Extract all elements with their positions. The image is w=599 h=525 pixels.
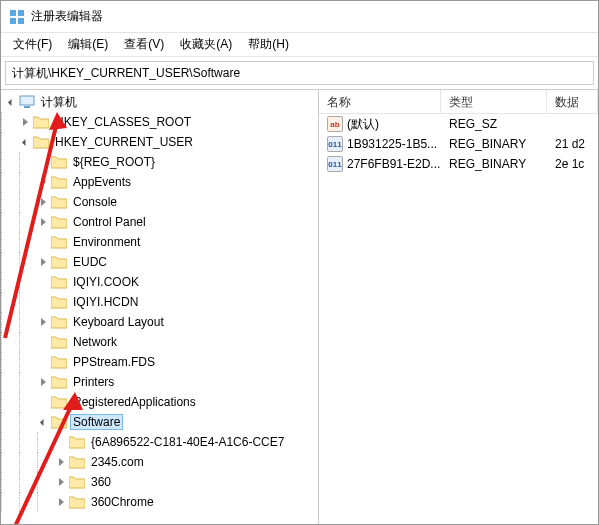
tree-item-ppstream[interactable]: PPStream.FDS bbox=[1, 352, 318, 372]
folder-icon bbox=[51, 295, 67, 309]
list-pane[interactable]: 名称 类型 数据 ab (默认) REG_SZ 011 1B931225-1B5… bbox=[319, 90, 598, 524]
address-path: 计算机\HKEY_CURRENT_USER\Software bbox=[12, 65, 240, 82]
value-data: 2e 1c bbox=[547, 157, 598, 171]
expander-spacer bbox=[37, 296, 49, 308]
col-header-name[interactable]: 名称 bbox=[319, 90, 441, 113]
expander-icon[interactable] bbox=[55, 456, 67, 468]
tree-item-2345[interactable]: 2345.com bbox=[1, 452, 318, 472]
tree-item-printers[interactable]: Printers bbox=[1, 372, 318, 392]
tree-label: 360Chrome bbox=[89, 495, 156, 509]
svg-rect-0 bbox=[10, 10, 16, 16]
tree-label: Control Panel bbox=[71, 215, 148, 229]
folder-icon bbox=[33, 135, 49, 149]
tree-item-iqiyi-hcdn[interactable]: IQIYI.HCDN bbox=[1, 292, 318, 312]
col-header-data[interactable]: 数据 bbox=[547, 90, 598, 113]
menu-file[interactable]: 文件(F) bbox=[5, 34, 60, 55]
tree-label: Printers bbox=[71, 375, 116, 389]
expander-icon[interactable] bbox=[5, 96, 17, 108]
expander-icon[interactable] bbox=[37, 176, 49, 188]
expander-spacer bbox=[37, 356, 49, 368]
tree-label: IQIYI.HCDN bbox=[71, 295, 140, 309]
folder-icon bbox=[51, 335, 67, 349]
expander-spacer bbox=[55, 436, 67, 448]
expander-icon[interactable] bbox=[37, 196, 49, 208]
folder-icon bbox=[69, 435, 85, 449]
tree-pane[interactable]: 计算机 HKEY_CLASSES_ROOT HKEY_CURRENT_USER … bbox=[1, 90, 319, 524]
tree-label: 360 bbox=[89, 475, 113, 489]
binary-value-icon: 011 bbox=[327, 156, 343, 172]
list-row[interactable]: 011 1B931225-1B5... REG_BINARY 21 d2 bbox=[319, 134, 598, 154]
folder-icon bbox=[51, 375, 67, 389]
value-name: 27F6FB91-E2D... bbox=[347, 157, 440, 171]
expander-icon[interactable] bbox=[55, 496, 67, 508]
menu-edit[interactable]: 编辑(E) bbox=[60, 34, 116, 55]
folder-icon bbox=[51, 415, 67, 429]
tree-root[interactable]: 计算机 bbox=[1, 92, 318, 112]
tree-item-360[interactable]: 360 bbox=[1, 472, 318, 492]
tree-label: Console bbox=[71, 195, 119, 209]
string-value-icon: ab bbox=[327, 116, 343, 132]
list-row[interactable]: 011 27F6FB91-E2D... REG_BINARY 2e 1c bbox=[319, 154, 598, 174]
svg-rect-3 bbox=[18, 18, 24, 24]
folder-icon bbox=[69, 475, 85, 489]
expander-icon[interactable] bbox=[19, 136, 31, 148]
computer-icon bbox=[19, 95, 35, 109]
expander-icon[interactable] bbox=[37, 376, 49, 388]
tree-label: Network bbox=[71, 335, 119, 349]
expander-spacer bbox=[37, 396, 49, 408]
svg-rect-1 bbox=[18, 10, 24, 16]
expander-icon[interactable] bbox=[55, 476, 67, 488]
expander-spacer bbox=[37, 336, 49, 348]
tree-item-software[interactable]: Software bbox=[1, 412, 318, 432]
tree-item-control-panel[interactable]: Control Panel bbox=[1, 212, 318, 232]
folder-icon bbox=[69, 495, 85, 509]
folder-icon bbox=[51, 175, 67, 189]
tree-item-keyboard-layout[interactable]: Keyboard Layout bbox=[1, 312, 318, 332]
tree-label: HKEY_CLASSES_ROOT bbox=[53, 115, 193, 129]
folder-icon bbox=[51, 195, 67, 209]
menu-help[interactable]: 帮助(H) bbox=[240, 34, 297, 55]
folder-icon bbox=[69, 455, 85, 469]
tree-item-reg-root[interactable]: ${REG_ROOT} bbox=[1, 152, 318, 172]
expander-spacer bbox=[37, 156, 49, 168]
folder-icon bbox=[51, 255, 67, 269]
tree-label: ${REG_ROOT} bbox=[71, 155, 157, 169]
main-pane: 计算机 HKEY_CLASSES_ROOT HKEY_CURRENT_USER … bbox=[1, 89, 598, 524]
folder-icon bbox=[51, 315, 67, 329]
folder-icon bbox=[51, 215, 67, 229]
menu-favorites[interactable]: 收藏夹(A) bbox=[172, 34, 240, 55]
window-title: 注册表编辑器 bbox=[31, 8, 103, 25]
tree-label: {6A896522-C181-40E4-A1C6-CCE7 bbox=[89, 435, 286, 449]
expander-icon[interactable] bbox=[19, 116, 31, 128]
col-header-type[interactable]: 类型 bbox=[441, 90, 547, 113]
tree-item-console[interactable]: Console bbox=[1, 192, 318, 212]
tree-item-environment[interactable]: Environment bbox=[1, 232, 318, 252]
app-icon bbox=[9, 9, 25, 25]
tree-hkcr[interactable]: HKEY_CLASSES_ROOT bbox=[1, 112, 318, 132]
expander-icon[interactable] bbox=[37, 256, 49, 268]
svg-rect-9 bbox=[24, 106, 30, 108]
value-type: REG_BINARY bbox=[441, 157, 547, 171]
tree-item-appevents[interactable]: AppEvents bbox=[1, 172, 318, 192]
tree-hkcu[interactable]: HKEY_CURRENT_USER bbox=[1, 132, 318, 152]
tree-label: EUDC bbox=[71, 255, 109, 269]
list-row[interactable]: ab (默认) REG_SZ bbox=[319, 114, 598, 134]
tree-label: IQIYI.COOK bbox=[71, 275, 141, 289]
menu-view[interactable]: 查看(V) bbox=[116, 34, 172, 55]
tree-item-guid[interactable]: {6A896522-C181-40E4-A1C6-CCE7 bbox=[1, 432, 318, 452]
expander-icon[interactable] bbox=[37, 316, 49, 328]
folder-icon bbox=[33, 115, 49, 129]
value-name: (默认) bbox=[347, 116, 379, 133]
expander-spacer bbox=[37, 276, 49, 288]
expander-icon[interactable] bbox=[37, 416, 49, 428]
binary-value-icon: 011 bbox=[327, 136, 343, 152]
tree-item-registered-apps[interactable]: RegisteredApplications bbox=[1, 392, 318, 412]
tree-item-network[interactable]: Network bbox=[1, 332, 318, 352]
tree-item-iqiyi-cook[interactable]: IQIYI.COOK bbox=[1, 272, 318, 292]
tree-item-eudc[interactable]: EUDC bbox=[1, 252, 318, 272]
tree-item-360chrome[interactable]: 360Chrome bbox=[1, 492, 318, 512]
address-bar[interactable]: 计算机\HKEY_CURRENT_USER\Software bbox=[5, 61, 594, 85]
expander-icon[interactable] bbox=[37, 216, 49, 228]
folder-icon bbox=[51, 355, 67, 369]
folder-icon bbox=[51, 235, 67, 249]
